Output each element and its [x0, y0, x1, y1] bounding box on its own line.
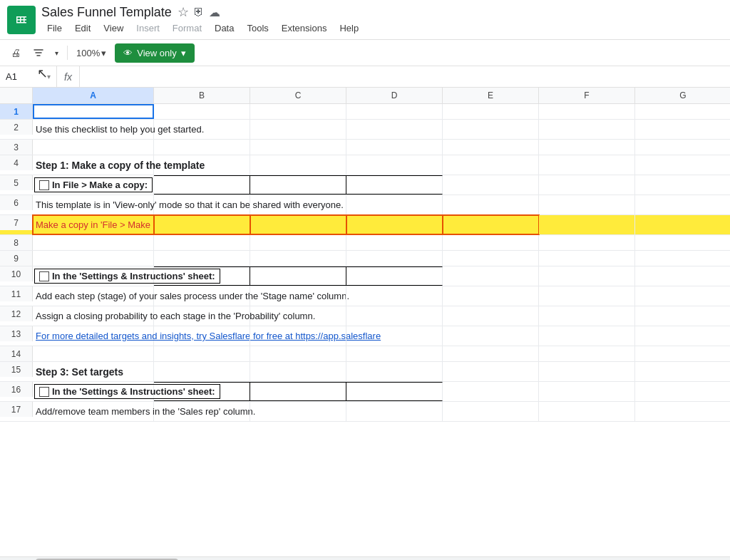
- cell-c3[interactable]: [250, 140, 346, 155]
- cell-g17[interactable]: [635, 402, 730, 421]
- cell-b6[interactable]: [154, 195, 250, 214]
- cell-f5[interactable]: [539, 175, 635, 195]
- cell-f4[interactable]: [539, 155, 635, 175]
- cell-e12[interactable]: [443, 306, 539, 326]
- cell-b3[interactable]: [154, 140, 250, 155]
- menu-view[interactable]: View: [98, 21, 129, 35]
- star-icon[interactable]: ☆: [178, 4, 189, 20]
- cell-e3[interactable]: [443, 140, 539, 155]
- cell-g12[interactable]: [635, 306, 730, 326]
- checkbox-10[interactable]: [39, 271, 49, 281]
- cell-b8[interactable]: [154, 235, 250, 250]
- cell-e6[interactable]: [443, 195, 539, 214]
- cell-c16[interactable]: [250, 382, 346, 401]
- cell-f10[interactable]: [539, 266, 635, 286]
- cell-c1[interactable]: [250, 104, 346, 119]
- cell-f9[interactable]: [539, 251, 635, 266]
- cell-b4[interactable]: [154, 155, 250, 175]
- cell-d3[interactable]: [346, 140, 443, 155]
- cell-e10[interactable]: [443, 266, 539, 286]
- cell-e2[interactable]: [443, 120, 539, 139]
- cell-b9[interactable]: [154, 251, 250, 266]
- cell-b1[interactable]: [154, 104, 250, 119]
- cell-a14[interactable]: [33, 346, 154, 361]
- cell-g9[interactable]: [635, 251, 730, 266]
- cell-d17[interactable]: [346, 402, 443, 421]
- cell-c17[interactable]: [250, 402, 346, 421]
- cell-d5[interactable]: [346, 175, 443, 195]
- cell-d6[interactable]: [346, 195, 443, 214]
- cell-c12[interactable]: [250, 306, 346, 326]
- cell-d16[interactable]: [346, 382, 443, 401]
- cell-c6[interactable]: [250, 195, 346, 214]
- cell-a12[interactable]: Assign a closing probability to each sta…: [33, 306, 154, 326]
- cell-f11[interactable]: [539, 286, 635, 306]
- cell-b11[interactable]: [154, 286, 250, 306]
- cell-f13[interactable]: [539, 326, 635, 346]
- cell-f1[interactable]: [539, 104, 635, 119]
- cell-d10[interactable]: [346, 266, 443, 286]
- cell-d2[interactable]: [346, 120, 443, 139]
- cell-e5[interactable]: [443, 175, 539, 195]
- menu-edit[interactable]: Edit: [69, 21, 96, 35]
- filter-dropdown-icon[interactable]: ▾: [51, 43, 61, 63]
- col-header-a[interactable]: A: [33, 88, 154, 103]
- cell-g6[interactable]: [635, 195, 730, 214]
- cell-a13[interactable]: For more detailed targets and insights, …: [33, 326, 154, 346]
- cell-f8[interactable]: [539, 235, 635, 250]
- cell-g14[interactable]: [635, 346, 730, 361]
- checkbox-5[interactable]: [39, 180, 49, 190]
- cell-b16[interactable]: [154, 382, 250, 401]
- cell-f6[interactable]: [539, 195, 635, 214]
- menu-data[interactable]: Data: [209, 21, 240, 35]
- cell-g13[interactable]: [635, 326, 730, 346]
- menu-file[interactable]: File: [41, 21, 68, 35]
- cell-f16[interactable]: [539, 382, 635, 401]
- cell-b2[interactable]: [154, 120, 250, 139]
- filter-icon[interactable]: [29, 43, 48, 63]
- cell-g16[interactable]: [635, 382, 730, 401]
- cell-a5[interactable]: In File > Make a copy:: [33, 175, 154, 195]
- cell-a2[interactable]: Use this checklist to help you get start…: [33, 120, 154, 139]
- cell-g3[interactable]: [635, 140, 730, 155]
- horizontal-scrollbar[interactable]: [0, 556, 730, 560]
- cell-g7[interactable]: [635, 215, 730, 234]
- col-header-e[interactable]: E: [443, 88, 539, 103]
- cell-a7[interactable]: Make a copy in 'File > Make a copy' so t…: [33, 215, 154, 234]
- cell-c14[interactable]: [250, 346, 346, 361]
- cell-e17[interactable]: [443, 402, 539, 421]
- cell-e1[interactable]: [443, 104, 539, 119]
- cell-d15[interactable]: [346, 362, 443, 381]
- cell-g10[interactable]: [635, 266, 730, 286]
- cell-d4[interactable]: [346, 155, 443, 175]
- cell-a17[interactable]: Add/remove team members in the 'Sales re…: [33, 402, 154, 421]
- cell-f3[interactable]: [539, 140, 635, 155]
- cell-c13[interactable]: [250, 326, 346, 346]
- col-header-c[interactable]: C: [250, 88, 346, 103]
- cell-d7[interactable]: [346, 215, 443, 234]
- col-header-g[interactable]: G: [635, 88, 730, 103]
- zoom-selector[interactable]: 100% ▾: [73, 46, 109, 60]
- cell-d1[interactable]: [346, 104, 443, 119]
- cell-a1[interactable]: [33, 104, 154, 119]
- cell-g5[interactable]: [635, 175, 730, 195]
- cell-c2[interactable]: [250, 120, 346, 139]
- cell-e8[interactable]: [443, 235, 539, 250]
- cell-a8[interactable]: [33, 235, 154, 250]
- cell-e13[interactable]: [443, 326, 539, 346]
- cell-d14[interactable]: [346, 346, 443, 361]
- cell-a3[interactable]: [33, 140, 154, 155]
- cell-b7[interactable]: [154, 215, 250, 234]
- cell-f17[interactable]: [539, 402, 635, 421]
- cell-f2[interactable]: [539, 120, 635, 139]
- menu-extensions[interactable]: Extensions: [276, 21, 333, 35]
- cell-d8[interactable]: [346, 235, 443, 250]
- cell-a16[interactable]: In the 'Settings & Instructions' sheet:: [33, 382, 154, 401]
- cell-a11[interactable]: Add each step (stage) of your sales proc…: [33, 286, 154, 306]
- col-header-b[interactable]: B: [154, 88, 250, 103]
- cell-c8[interactable]: [250, 235, 346, 250]
- col-header-d[interactable]: D: [346, 88, 443, 103]
- cell-b12[interactable]: [154, 306, 250, 326]
- cell-e4[interactable]: [443, 155, 539, 175]
- cell-b10[interactable]: [154, 266, 250, 286]
